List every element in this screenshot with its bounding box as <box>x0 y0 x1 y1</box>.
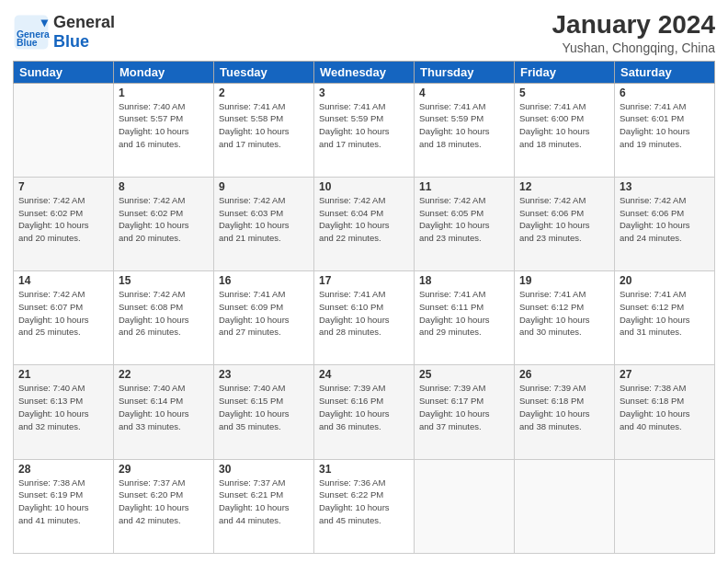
logo: General Blue General Blue <box>13 13 115 52</box>
day-number: 20 <box>620 274 710 287</box>
day-cell: 11Sunrise: 7:42 AM Sunset: 6:05 PM Dayli… <box>415 177 515 270</box>
header: General Blue General Blue January 2024 Y… <box>13 9 715 55</box>
day-cell <box>14 83 114 177</box>
day-number: 16 <box>219 274 309 287</box>
day-number: 17 <box>319 274 409 287</box>
week-row-1: 1Sunrise: 7:40 AM Sunset: 5:57 PM Daylig… <box>14 83 715 177</box>
day-cell: 22Sunrise: 7:40 AM Sunset: 6:14 PM Dayli… <box>114 365 214 459</box>
day-details: Sunrise: 7:38 AM Sunset: 6:19 PM Dayligh… <box>18 477 108 527</box>
day-number: 26 <box>519 368 609 381</box>
day-cell: 18Sunrise: 7:41 AM Sunset: 6:11 PM Dayli… <box>415 271 515 365</box>
day-cell: 26Sunrise: 7:39 AM Sunset: 6:18 PM Dayli… <box>515 365 615 459</box>
day-cell: 29Sunrise: 7:37 AM Sunset: 6:20 PM Dayli… <box>114 459 214 553</box>
day-details: Sunrise: 7:38 AM Sunset: 6:18 PM Dayligh… <box>620 382 710 432</box>
calendar-body: 1Sunrise: 7:40 AM Sunset: 5:57 PM Daylig… <box>14 83 715 553</box>
location-subtitle: Yushan, Chongqing, China <box>552 40 715 55</box>
day-number: 24 <box>319 368 409 381</box>
day-cell: 6Sunrise: 7:41 AM Sunset: 6:01 PM Daylig… <box>615 83 715 177</box>
day-number: 25 <box>419 368 509 381</box>
day-number: 11 <box>419 180 509 193</box>
logo-blue: Blue <box>53 32 89 51</box>
day-details: Sunrise: 7:41 AM Sunset: 5:58 PM Dayligh… <box>219 100 309 151</box>
day-number: 7 <box>18 180 108 193</box>
day-details: Sunrise: 7:41 AM Sunset: 6:10 PM Dayligh… <box>319 288 409 339</box>
day-details: Sunrise: 7:42 AM Sunset: 6:05 PM Dayligh… <box>419 194 509 245</box>
day-details: Sunrise: 7:40 AM Sunset: 6:14 PM Dayligh… <box>119 382 209 432</box>
day-cell: 13Sunrise: 7:42 AM Sunset: 6:06 PM Dayli… <box>615 177 715 270</box>
day-number: 9 <box>219 180 309 193</box>
day-details: Sunrise: 7:37 AM Sunset: 6:21 PM Dayligh… <box>219 477 309 527</box>
col-thursday: Thursday <box>415 61 515 83</box>
day-details: Sunrise: 7:41 AM Sunset: 6:09 PM Dayligh… <box>219 288 309 339</box>
day-details: Sunrise: 7:42 AM Sunset: 6:02 PM Dayligh… <box>18 194 108 245</box>
day-number: 2 <box>219 86 309 99</box>
day-cell <box>515 459 615 553</box>
col-saturday: Saturday <box>615 61 715 83</box>
day-number: 31 <box>319 463 409 476</box>
day-details: Sunrise: 7:42 AM Sunset: 6:07 PM Dayligh… <box>18 288 108 339</box>
logo-icon: General Blue <box>13 14 50 51</box>
day-details: Sunrise: 7:41 AM Sunset: 6:00 PM Dayligh… <box>519 100 609 151</box>
col-sunday: Sunday <box>14 61 114 83</box>
calendar-container: General Blue General Blue January 2024 Y… <box>0 0 728 563</box>
day-cell: 21Sunrise: 7:40 AM Sunset: 6:13 PM Dayli… <box>14 365 114 459</box>
day-cell: 20Sunrise: 7:41 AM Sunset: 6:12 PM Dayli… <box>615 271 715 365</box>
day-cell: 2Sunrise: 7:41 AM Sunset: 5:58 PM Daylig… <box>214 83 314 177</box>
day-details: Sunrise: 7:39 AM Sunset: 6:17 PM Dayligh… <box>419 382 509 432</box>
day-details: Sunrise: 7:42 AM Sunset: 6:04 PM Dayligh… <box>319 194 409 245</box>
day-details: Sunrise: 7:37 AM Sunset: 6:20 PM Dayligh… <box>119 477 209 527</box>
day-number: 13 <box>620 180 710 193</box>
day-number: 4 <box>419 86 509 99</box>
day-cell <box>415 459 515 553</box>
day-cell: 28Sunrise: 7:38 AM Sunset: 6:19 PM Dayli… <box>14 459 114 553</box>
day-cell: 15Sunrise: 7:42 AM Sunset: 6:08 PM Dayli… <box>114 271 214 365</box>
day-details: Sunrise: 7:41 AM Sunset: 5:59 PM Dayligh… <box>319 100 409 151</box>
day-details: Sunrise: 7:42 AM Sunset: 6:06 PM Dayligh… <box>620 194 710 245</box>
logo-text: General Blue <box>53 13 115 52</box>
calendar-table: Sunday Monday Tuesday Wednesday Thursday… <box>13 61 715 554</box>
day-number: 5 <box>519 86 609 99</box>
day-details: Sunrise: 7:39 AM Sunset: 6:18 PM Dayligh… <box>519 382 609 432</box>
day-details: Sunrise: 7:40 AM Sunset: 6:13 PM Dayligh… <box>18 382 108 432</box>
day-number: 3 <box>319 86 409 99</box>
day-cell: 9Sunrise: 7:42 AM Sunset: 6:03 PM Daylig… <box>214 177 314 270</box>
day-number: 1 <box>119 86 209 99</box>
col-tuesday: Tuesday <box>214 61 314 83</box>
col-friday: Friday <box>515 61 615 83</box>
day-cell: 8Sunrise: 7:42 AM Sunset: 6:02 PM Daylig… <box>114 177 214 270</box>
day-details: Sunrise: 7:36 AM Sunset: 6:22 PM Dayligh… <box>319 477 409 527</box>
day-cell: 10Sunrise: 7:42 AM Sunset: 6:04 PM Dayli… <box>314 177 415 270</box>
day-cell: 14Sunrise: 7:42 AM Sunset: 6:07 PM Dayli… <box>14 271 114 365</box>
day-number: 28 <box>18 463 108 476</box>
week-row-3: 14Sunrise: 7:42 AM Sunset: 6:07 PM Dayli… <box>14 271 715 365</box>
day-details: Sunrise: 7:41 AM Sunset: 6:12 PM Dayligh… <box>620 288 710 339</box>
day-details: Sunrise: 7:40 AM Sunset: 5:57 PM Dayligh… <box>119 100 209 151</box>
svg-text:Blue: Blue <box>17 38 38 48</box>
day-cell: 25Sunrise: 7:39 AM Sunset: 6:17 PM Dayli… <box>415 365 515 459</box>
month-title: January 2024 <box>552 9 715 40</box>
day-cell: 1Sunrise: 7:40 AM Sunset: 5:57 PM Daylig… <box>114 83 214 177</box>
col-wednesday: Wednesday <box>314 61 415 83</box>
day-number: 29 <box>119 463 209 476</box>
day-number: 6 <box>620 86 710 99</box>
logo-general: General <box>53 13 115 31</box>
day-cell: 24Sunrise: 7:39 AM Sunset: 6:16 PM Dayli… <box>314 365 415 459</box>
day-cell: 19Sunrise: 7:41 AM Sunset: 6:12 PM Dayli… <box>515 271 615 365</box>
day-details: Sunrise: 7:42 AM Sunset: 6:08 PM Dayligh… <box>119 288 209 339</box>
day-number: 22 <box>119 368 209 381</box>
day-number: 21 <box>18 368 108 381</box>
week-row-2: 7Sunrise: 7:42 AM Sunset: 6:02 PM Daylig… <box>14 177 715 270</box>
day-cell: 4Sunrise: 7:41 AM Sunset: 5:59 PM Daylig… <box>415 83 515 177</box>
day-number: 30 <box>219 463 309 476</box>
day-details: Sunrise: 7:41 AM Sunset: 6:01 PM Dayligh… <box>620 100 710 151</box>
day-cell: 12Sunrise: 7:42 AM Sunset: 6:06 PM Dayli… <box>515 177 615 270</box>
day-details: Sunrise: 7:39 AM Sunset: 6:16 PM Dayligh… <box>319 382 409 432</box>
week-row-5: 28Sunrise: 7:38 AM Sunset: 6:19 PM Dayli… <box>14 459 715 553</box>
day-cell: 27Sunrise: 7:38 AM Sunset: 6:18 PM Dayli… <box>615 365 715 459</box>
day-cell: 5Sunrise: 7:41 AM Sunset: 6:00 PM Daylig… <box>515 83 615 177</box>
day-details: Sunrise: 7:41 AM Sunset: 5:59 PM Dayligh… <box>419 100 509 151</box>
day-number: 23 <box>219 368 309 381</box>
day-cell: 31Sunrise: 7:36 AM Sunset: 6:22 PM Dayli… <box>314 459 415 553</box>
day-number: 14 <box>18 274 108 287</box>
day-details: Sunrise: 7:41 AM Sunset: 6:12 PM Dayligh… <box>519 288 609 339</box>
